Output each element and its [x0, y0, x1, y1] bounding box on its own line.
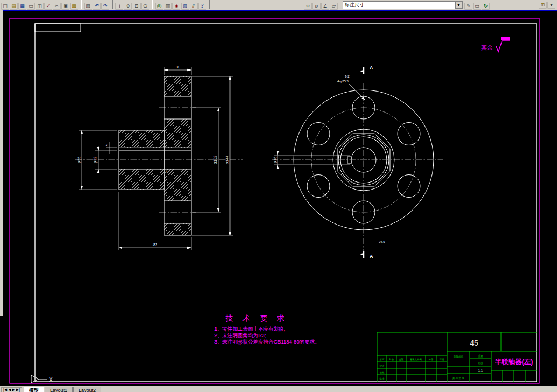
technical-requirements: 技 术 要 求 1、零件加工表面上不应有划痕; 2、未注明圆角均为R3; 3、未…	[214, 314, 320, 345]
dim-linear-button[interactable]: ↔	[304, 3, 312, 10]
tb-stage-label: 阶段标记	[454, 355, 464, 359]
tech-req-item-3: 3、未注明形状公差应符合GB1184-80的要求。	[214, 339, 320, 345]
copy-button[interactable]: ▣	[61, 3, 69, 10]
tab-layout1[interactable]: Layout1	[45, 387, 73, 392]
tb-sheets-label: 共 张 第 张	[452, 377, 464, 380]
title-block: 45 半联轴器(左) 标记 处数 分区 更改文件号 签字 日期 设计 校核 批准…	[377, 332, 537, 382]
toolbar: □▤▦▭◫✓✂▣▩▨↶↷+⊕⊡⊖◎▥◈▧#?↔⌀∠▱ 标注尺寸 ▼ ✎▭↻ ⊞▾	[0, 0, 557, 11]
tab-nav-arrows[interactable]: |◀ ◀ ▶ ▶|	[1, 387, 22, 392]
left-view-dimensions: 31 82 φ144 φ102 φ55 φ32 2	[77, 65, 233, 250]
spell-button[interactable]: ✓	[44, 3, 52, 10]
dim-diameter-button[interactable]: ⌀	[312, 3, 321, 10]
save-button[interactable]: ▦	[18, 3, 26, 10]
toolbar-group: +⊕⊡⊖	[115, 3, 150, 10]
dia-bore-label: φ32	[93, 157, 98, 163]
redo-button[interactable]: ↷	[101, 3, 109, 10]
toolbar-group: ◎▥◈▧#?	[155, 3, 207, 10]
surface-finish-note: 其余	[481, 37, 510, 52]
dim-edit-button[interactable]: ✎	[464, 3, 472, 10]
dim-text-edit-button[interactable]: ▭	[473, 3, 481, 10]
zoom-previous-button[interactable]: ⊖	[141, 3, 149, 10]
dim-style-dropdown-value: 标注尺寸	[345, 2, 364, 9]
dim-angular-button[interactable]: ∠	[321, 3, 329, 10]
ucs-x-label: X	[49, 377, 53, 383]
surface-note-text: 其余	[481, 44, 493, 51]
pan-button[interactable]: +	[115, 3, 123, 10]
new-button[interactable]: □	[1, 3, 9, 10]
dim-bottom-label: 82	[153, 243, 157, 247]
toolbar-far: ⊞▾	[539, 2, 556, 9]
dia-hub-label: φ55	[77, 157, 81, 163]
tb-header-2: 分区	[399, 358, 405, 361]
toolbar-separator	[209, 0, 210, 9]
part-name-label: 半联轴器(左)	[495, 358, 533, 366]
toolbar-options-button[interactable]: ▾	[547, 2, 555, 9]
dim-top-label: 31	[176, 65, 180, 69]
aerial-view-button[interactable]: ◎	[155, 3, 163, 10]
tab-layout2[interactable]: Layout2	[73, 387, 101, 392]
zoom-realtime-button[interactable]: ⊕	[124, 3, 132, 10]
tb-scale-value: 1:1	[478, 369, 483, 372]
tb-header-0: 标记	[379, 358, 385, 361]
dia-left-label: φ16	[273, 157, 277, 163]
right-view-front	[272, 83, 443, 260]
redraw-button[interactable]: ◈	[172, 3, 180, 10]
tech-req-item-1: 1、零件加工表面上不应有划痕;	[214, 326, 285, 332]
docked-toolbar-edge	[0, 10, 3, 316]
tb-header-3: 更改文件号	[410, 358, 422, 361]
undo-button[interactable]: ↶	[93, 3, 101, 10]
roughness-value-mark	[501, 37, 510, 40]
paste-button[interactable]: ▩	[70, 3, 78, 10]
dim-update-button[interactable]: ↻	[482, 3, 490, 10]
properties-button[interactable]: ▧	[181, 3, 189, 10]
hole-note-1: 3-2	[345, 75, 350, 78]
match-properties-button[interactable]: ▨	[84, 3, 92, 10]
toolbar-separator	[112, 0, 113, 9]
tb-header-4: 签字	[429, 358, 434, 361]
toolbar-separator	[152, 0, 153, 9]
toolbar-group: □▤▦▭◫✓✂▣▩	[1, 3, 79, 10]
toolbar-separator	[81, 0, 82, 9]
osnap-settings-button[interactable]: ⊞	[539, 2, 547, 9]
tb-row-0: 设计	[380, 364, 385, 367]
dim-key-label: 2	[106, 143, 108, 146]
tb-header-1: 处数	[389, 358, 395, 361]
tech-req-title: 技 术 要 求	[225, 314, 289, 323]
dim-bottom-right-view: 34.9	[379, 240, 385, 243]
toolbar-group: ▨↶↷	[84, 3, 110, 10]
dim-style-button[interactable]: ▱	[330, 3, 338, 10]
layout-tab-bar: |◀ ◀ ▶ ▶| 模型 Layout1 Layout2	[0, 386, 557, 392]
section-label-top: A	[370, 65, 373, 71]
tb-header-5: 日期	[440, 358, 445, 361]
zoom-window-button[interactable]: ⊡	[133, 3, 141, 10]
distance-button[interactable]: #	[190, 3, 198, 10]
tab-model[interactable]: 模型	[24, 387, 44, 392]
toolbar-right: ✎▭↻	[464, 0, 490, 10]
tb-row-1: 校核	[380, 371, 385, 374]
print-button[interactable]: ▭	[27, 3, 35, 10]
cut-button[interactable]: ✂	[53, 3, 61, 10]
material-label: 45	[470, 339, 478, 347]
tb-scale-label: 比例	[478, 362, 484, 365]
dim-style-dropdown[interactable]: 标注尺寸 ▼	[343, 1, 463, 9]
print-preview-button[interactable]: ◫	[36, 3, 44, 10]
help-context-button[interactable]: ?	[198, 3, 206, 10]
tb-weight-label: 重量	[478, 354, 484, 358]
chevron-down-icon[interactable]: ▼	[455, 2, 462, 9]
open-button[interactable]: ▤	[10, 3, 18, 10]
dia-inner-label: φ102	[213, 156, 218, 164]
tb-row-2: 批准	[379, 377, 385, 380]
tech-req-item-2: 2、未注明圆角均为R3;	[214, 332, 266, 338]
section-label-bottom: A	[370, 254, 373, 259]
roughness-mark: √	[165, 170, 167, 174]
toolbar-group: ↔⌀∠▱	[304, 3, 338, 10]
drawing-canvas[interactable]: √ 31 82 φ144 φ102 φ55 φ32	[0, 11, 557, 386]
hole-note-2: 4-φ25.5	[337, 80, 349, 83]
toolbar-main: □▤▦▭◫✓✂▣▩▨↶↷+⊕⊡⊖◎▥◈▧#?↔⌀∠▱	[1, 0, 338, 10]
dia-outer-label: φ144	[225, 156, 229, 164]
named-views-button[interactable]: ▥	[164, 3, 172, 10]
